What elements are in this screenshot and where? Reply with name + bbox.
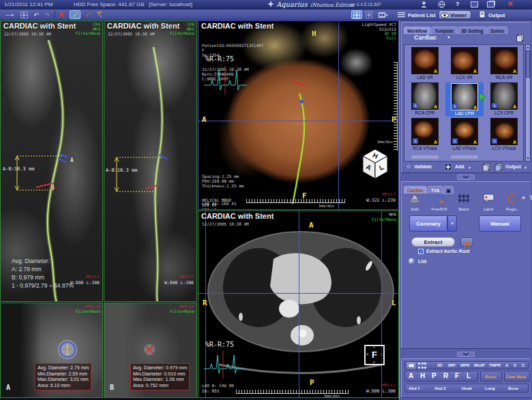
tool-freeroi[interactable]: FreeROI xyxy=(428,193,451,211)
viewport-section-a[interactable]: MPS/LTFilterNone Avg. Diameter: 2.79 mmM… xyxy=(0,303,103,398)
cpr1-point-b-label[interactable]: B xyxy=(51,185,55,191)
undo-icon[interactable]: ↶ xyxy=(31,10,42,19)
mode-mpr[interactable]: MPR xyxy=(460,363,469,367)
close-icon[interactable]: ✕ xyxy=(507,0,513,7)
aortic-root-checkbox[interactable]: ✓ xyxy=(418,249,424,254)
viewport-section-b[interactable]: MPS/LTFilterNone Avg. Diameter: 0.979 mm… xyxy=(104,303,197,398)
orient-a-button[interactable]: A xyxy=(409,372,413,380)
output-caret-icon[interactable]: ▾ xyxy=(524,165,527,170)
clear-mask-button[interactable]: Clear Mask xyxy=(504,371,530,382)
orient-f-button[interactable]: F xyxy=(455,372,459,380)
grid-dots-icon[interactable] xyxy=(418,363,426,369)
user-icon[interactable] xyxy=(420,1,428,10)
thumb-lad-vr[interactable]: A LAD VR xyxy=(406,47,444,80)
tool-stab[interactable]: Stab xyxy=(403,193,426,211)
preset-bone[interactable]: Bone xyxy=(508,386,518,390)
thumb-rca-vr[interactable]: A RCA VR xyxy=(485,47,523,80)
reset-button[interactable]: Reset xyxy=(480,371,502,382)
orient-h-button[interactable]: H xyxy=(420,372,425,380)
mode-a[interactable]: A xyxy=(505,363,508,367)
viewport-axial[interactable]: CARDIAC with Stent 12/27/2005 10:38 AM M… xyxy=(198,211,399,398)
redo-icon[interactable]: ↷ xyxy=(42,10,53,19)
tab-template[interactable]: Template xyxy=(431,27,457,34)
add-button[interactable]: Add xyxy=(455,164,464,169)
preset-lung[interactable]: Lung xyxy=(485,386,495,390)
output-button[interactable]: Output xyxy=(505,164,521,169)
pencil-tool-icon[interactable] xyxy=(70,10,80,19)
tool-registration[interactable]: Regis... xyxy=(501,193,524,211)
tab-workflow[interactable]: Workflow xyxy=(404,27,430,34)
globe-icon[interactable] xyxy=(438,1,445,10)
scroll-up-icon[interactable]: ▲ xyxy=(526,45,530,50)
export-pages-icon[interactable] xyxy=(482,163,491,171)
line-tool-dropdown[interactable]: —▾ xyxy=(2,10,17,19)
mode-minip[interactable]: MinIP xyxy=(474,363,485,367)
mode-tmpr[interactable]: TMPR xyxy=(489,363,501,367)
add-viewport-icon[interactable] xyxy=(364,10,374,19)
scrollbar-thumb[interactable] xyxy=(526,50,530,78)
orient-l-button[interactable]: L xyxy=(467,372,471,380)
output-icon[interactable] xyxy=(477,10,488,19)
axial-crosshair-vertical[interactable] xyxy=(299,211,299,398)
mode-3d[interactable]: 3D xyxy=(437,363,443,367)
orient-r-button[interactable]: R xyxy=(443,372,448,380)
tab-series[interactable]: Series xyxy=(487,27,507,34)
marker-tool-icon[interactable] xyxy=(82,10,93,19)
add-plus-icon[interactable] xyxy=(444,163,452,171)
patient-list-icon[interactable] xyxy=(396,10,407,19)
thumb-lcx-vtrack[interactable]: λA LCX VTrack xyxy=(485,118,523,151)
nav-output[interactable]: Output xyxy=(488,12,505,18)
tab-3d-setting[interactable]: 3D Setting xyxy=(458,27,486,34)
axial-crosshair-horizontal[interactable] xyxy=(198,293,399,294)
cpr1-measure-label[interactable]: A-B:16.3 mm xyxy=(3,167,34,172)
preset-dropdown-value[interactable]: Cardiac xyxy=(414,34,437,41)
layout-grid-icon[interactable] xyxy=(351,10,362,19)
pointer-tool-icon[interactable] xyxy=(57,10,68,19)
viewport-cpr-1[interactable]: CARDIAC with Stent 12/27/2005 10:38 AM C… xyxy=(0,20,103,302)
thumb-lcx-cpr[interactable]: λA LCX CPR xyxy=(485,82,523,115)
aortic-root-label[interactable]: Extract Aortic Root xyxy=(426,249,470,253)
help-button[interactable]: ? xyxy=(456,1,460,7)
mode-c[interactable]: C xyxy=(522,363,524,367)
collapse-chevron-bottom[interactable] xyxy=(457,352,475,357)
viewport-3d-vr[interactable]: CARDIAC with Stent PatientID:E655503713S… xyxy=(198,20,399,210)
nav-patient-list[interactable]: Patient List xyxy=(408,12,435,18)
manual-button[interactable]: Manual xyxy=(479,215,521,232)
preset-dropdown-caret-icon[interactable]: ▼ xyxy=(447,35,451,40)
mask-icon[interactable] xyxy=(407,363,415,369)
tool-batch[interactable]: Batch xyxy=(452,193,475,211)
preset-head[interactable]: Head xyxy=(462,386,472,390)
hammer-tool-icon[interactable] xyxy=(94,10,105,19)
mode-mip[interactable]: MIP xyxy=(448,363,456,367)
tools-more-button[interactable]: » xyxy=(522,194,525,201)
tool-label[interactable]: Label xyxy=(477,193,500,211)
axial-orientation-box[interactable]: F A R L P xyxy=(364,345,385,365)
vessel-select-value[interactable]: Coronary xyxy=(409,215,447,232)
thumb-lad-vtrack[interactable]: λA LAD VTrack xyxy=(445,118,484,151)
cpr2-measure-label[interactable]: A-B:16.3 mm xyxy=(106,168,137,173)
cpr2-vessel-centerline[interactable] xyxy=(104,21,197,302)
vr-crosshair-vertical[interactable] xyxy=(338,21,339,210)
scroll-down-icon[interactable]: ▼ xyxy=(526,156,530,161)
layout-icon[interactable] xyxy=(18,10,29,19)
cpr1-point-a-label[interactable]: A xyxy=(70,157,74,164)
film-layout-dropdown[interactable]: ▾ xyxy=(376,10,391,19)
vr-crosshair-horizontal[interactable] xyxy=(198,121,399,121)
mode-s[interactable]: S xyxy=(514,363,516,367)
add-caret-icon[interactable]: ▾ xyxy=(469,165,471,170)
extract-button[interactable]: Extract xyxy=(411,237,455,247)
list-bullet-icon[interactable] xyxy=(409,258,415,264)
thumb-lad-cpr-selected[interactable]: λA LAD CPR xyxy=(445,82,484,117)
list-button[interactable]: List xyxy=(418,259,426,264)
validate-button[interactable]: Validate xyxy=(414,164,432,169)
minimize-button[interactable] xyxy=(471,1,478,7)
tools-help-button[interactable]: ? xyxy=(529,194,532,201)
thumb-grid-scrollbar[interactable]: ▲ ▼ xyxy=(525,44,531,161)
collapse-chevron-top[interactable] xyxy=(457,174,475,180)
thumb-lcx-vr[interactable]: A LCX VR xyxy=(445,47,484,80)
preset-abd1[interactable]: Abd 1 xyxy=(409,386,420,390)
cancel-extract-button[interactable] xyxy=(460,237,473,247)
axial-refline-right[interactable] xyxy=(381,211,382,398)
thumb-rca-cpr[interactable]: λA RCA CPR xyxy=(406,82,444,115)
nav-viewer-selected[interactable]: Viewer xyxy=(439,10,471,19)
